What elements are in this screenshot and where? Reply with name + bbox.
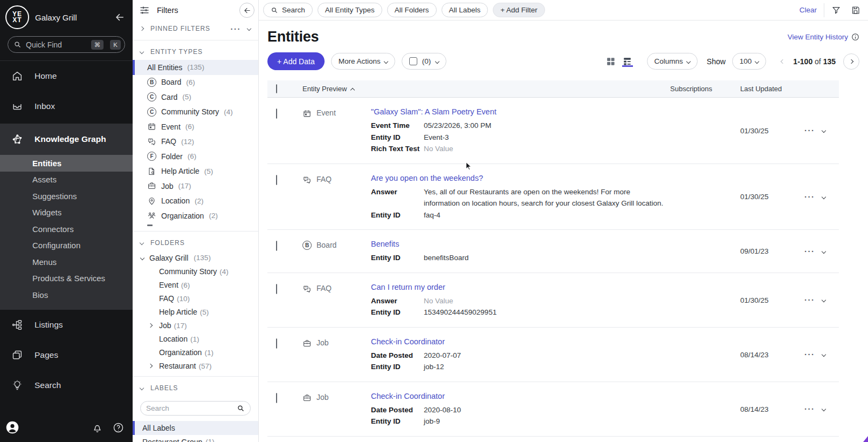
row-checkbox[interactable] <box>276 241 277 251</box>
columns-button[interactable]: Columns <box>647 53 698 70</box>
sidebar-item[interactable]: Pages <box>0 340 133 370</box>
header-checkbox[interactable] <box>276 84 277 93</box>
more-actions-button[interactable]: More Actions <box>331 53 395 70</box>
entity-type-item[interactable]: C Card (5) <box>133 90 258 105</box>
labels-search[interactable] <box>140 401 251 416</box>
sidebar-item[interactable]: Home <box>0 61 133 91</box>
row-checkbox[interactable] <box>276 393 277 403</box>
quick-find-input[interactable] <box>26 40 87 49</box>
sidebar-subitem[interactable]: Entities <box>0 155 133 172</box>
entity-type-item[interactable]: ? Help Article (5) <box>133 164 258 179</box>
entity-title-link[interactable]: "Galaxy Slam": A Slam Poetry Event <box>371 107 497 116</box>
row-expand-chevron-icon[interactable] <box>821 195 825 199</box>
label-item[interactable]: All Labels <box>133 421 258 435</box>
folder-item[interactable]: Help Article (5) <box>133 305 258 319</box>
row-more-options-icon[interactable] <box>804 126 815 135</box>
sidebar-item-knowledge-graph[interactable]: Knowledge Graph <box>0 124 133 155</box>
clear-filters-link[interactable]: Clear <box>800 6 817 14</box>
pinned-filters-section[interactable]: PINNED FILTERS <box>133 21 258 37</box>
selection-dropdown[interactable]: (0) <box>402 53 447 70</box>
entity-title-link[interactable]: Check-in Coordinator <box>371 337 445 346</box>
arrow-left-icon[interactable] <box>114 12 125 23</box>
entity-types-section-header[interactable]: ENTITY TYPES <box>133 44 258 60</box>
sidebar-subitem[interactable]: Assets <box>0 172 133 188</box>
next-page-button[interactable] <box>843 53 859 70</box>
entity-type-item[interactable]: Location (2) <box>133 194 258 209</box>
row-more-options-icon[interactable] <box>804 192 815 202</box>
sidebar-subitem[interactable]: Suggestions <box>0 188 133 205</box>
entity-type-item[interactable]: Job (17) <box>133 179 258 194</box>
folder-item[interactable]: Event (6) <box>133 278 258 292</box>
row-expand-chevron-icon[interactable] <box>821 407 825 411</box>
folder-item[interactable]: Location (1) <box>133 332 258 346</box>
list-view-icon[interactable] <box>622 56 633 67</box>
label-item[interactable]: Restaurant Group (1) <box>133 435 258 442</box>
row-checkbox[interactable] <box>276 338 277 349</box>
entity-type-item[interactable]: Event (6) <box>133 119 258 134</box>
folder-item[interactable]: Organization (1) <box>133 346 258 359</box>
entity-type-item[interactable]: F Folder (6) <box>133 149 258 164</box>
filter-pill[interactable]: All Entity Types <box>318 3 382 17</box>
entity-type-item[interactable]: B Board (6) <box>133 75 258 90</box>
entity-title-link[interactable]: Benefits <box>371 240 399 248</box>
collapse-filters-button[interactable] <box>239 3 254 18</box>
view-entity-history-link[interactable]: View Entity History <box>788 33 859 41</box>
entity-preview-header[interactable]: Entity Preview <box>302 85 670 93</box>
labels-search-input[interactable] <box>146 404 232 412</box>
filter-pill[interactable]: All Folders <box>387 3 437 17</box>
entity-title-link[interactable]: Can I return my order <box>371 283 445 291</box>
sidebar-subitem[interactable]: Configuration <box>0 237 133 254</box>
filter-pill[interactable]: Search <box>263 3 313 17</box>
folder-item[interactable]: Community Story (4) <box>133 265 258 278</box>
sidebar-subitem[interactable]: Bios <box>0 287 133 303</box>
yext-logo[interactable]: YE XT <box>5 5 29 29</box>
row-more-options-icon[interactable] <box>804 350 815 359</box>
chevron-right-icon[interactable] <box>148 364 153 368</box>
folder-item[interactable]: FAQ (10) <box>133 292 258 305</box>
funnel-icon[interactable] <box>831 5 841 15</box>
entity-type-item[interactable]: C Community Story (4) <box>133 105 258 120</box>
sidebar-subitem[interactable]: Menus <box>0 254 133 270</box>
row-checkbox[interactable] <box>276 108 277 119</box>
more-options-icon[interactable] <box>231 24 242 33</box>
sidebar-item[interactable]: Inbox <box>0 91 133 121</box>
add-data-button[interactable]: + Add Data <box>267 52 325 70</box>
sidebar-item[interactable]: Search <box>0 370 133 400</box>
row-more-options-icon[interactable] <box>804 247 815 256</box>
folder-root-item[interactable]: Galaxy Grill (135) <box>133 251 258 265</box>
user-icon[interactable] <box>5 420 19 434</box>
quick-find[interactable]: ⌘K <box>8 36 125 53</box>
filter-pill[interactable]: All Labels <box>442 3 488 17</box>
entity-title-link[interactable]: Check-in Coordinator <box>371 392 445 400</box>
chevron-down-icon[interactable] <box>247 26 251 31</box>
row-expand-chevron-icon[interactable] <box>821 249 825 254</box>
row-checkbox[interactable] <box>276 284 277 294</box>
row-expand-chevron-icon[interactable] <box>821 352 825 357</box>
sidebar-subitem[interactable]: Products & Services <box>0 270 133 287</box>
sidebar-subitem[interactable]: Connectors <box>0 221 133 237</box>
page-size-dropdown[interactable]: 100 <box>732 53 767 70</box>
entity-type-item[interactable]: All Entities (135) <box>133 60 258 75</box>
row-more-options-icon[interactable] <box>804 295 815 305</box>
sidebar-subitem[interactable]: Widgets <box>0 205 133 221</box>
previous-page-icon[interactable] <box>781 59 785 63</box>
select-all-checkbox[interactable] <box>409 57 417 65</box>
labels-section-header[interactable]: LABELS <box>133 380 258 396</box>
row-expand-chevron-icon[interactable] <box>821 298 825 302</box>
folder-item[interactable]: Restaurant (57) <box>133 359 258 373</box>
filter-pill[interactable]: + Add Filter <box>493 3 545 17</box>
entity-title-link[interactable]: Are you open on the weekends? <box>371 174 483 182</box>
row-expand-chevron-icon[interactable] <box>821 128 825 133</box>
row-checkbox[interactable] <box>276 175 277 185</box>
grid-view-icon[interactable] <box>605 56 616 67</box>
chevron-right-icon[interactable] <box>148 323 153 328</box>
entity-type-item[interactable]: ? FAQ (12) <box>133 134 258 149</box>
entity-type-item[interactable]: Organization (2) <box>133 208 258 223</box>
row-more-options-icon[interactable] <box>804 404 815 414</box>
bell-icon[interactable] <box>92 422 103 433</box>
folder-item[interactable]: Job (17) <box>133 319 258 332</box>
sidebar-item[interactable]: Listings <box>0 310 133 340</box>
folders-section-header[interactable]: FOLDERS <box>133 235 258 251</box>
help-icon[interactable] <box>113 422 124 433</box>
save-icon[interactable] <box>851 5 860 15</box>
